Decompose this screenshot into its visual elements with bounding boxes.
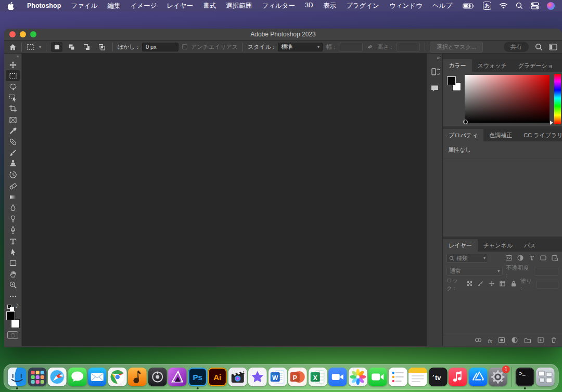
- pen-tool[interactable]: [6, 225, 20, 236]
- dock-app-safari[interactable]: [48, 368, 67, 386]
- clone-stamp-tool[interactable]: [6, 159, 20, 169]
- layers-list[interactable]: [443, 291, 562, 335]
- dock-app-microsoft-word[interactable]: W: [268, 368, 287, 386]
- tab-チャンネル[interactable]: チャンネル: [478, 239, 518, 252]
- spot-healing-tool[interactable]: [6, 136, 20, 147]
- style-dropdown[interactable]: 標準 ▾: [278, 43, 323, 51]
- lock-transparency-icon[interactable]: [466, 280, 474, 289]
- dock-app-apple-tv[interactable]: tv: [428, 368, 447, 386]
- dock-app-finder[interactable]: [8, 368, 27, 386]
- dock-app-imovie[interactable]: [248, 368, 267, 386]
- control-center-icon[interactable]: [531, 2, 539, 9]
- menu-item-photoshop[interactable]: Photoshop: [27, 2, 61, 9]
- type-layer-filter-icon[interactable]: [528, 254, 535, 263]
- tab-レイヤー[interactable]: レイヤー: [443, 239, 478, 252]
- layer-mask-icon[interactable]: [498, 336, 505, 346]
- antialias-checkbox[interactable]: [182, 44, 187, 49]
- menu-item-ウィンドウ[interactable]: ウィンドウ: [389, 2, 423, 10]
- link-layers-icon[interactable]: [475, 336, 482, 346]
- move-tool[interactable]: [6, 59, 20, 70]
- toolbar-collapse-icon[interactable]: »: [17, 54, 19, 59]
- dock-app-music[interactable]: [449, 368, 467, 386]
- menu-item-イメージ[interactable]: イメージ: [130, 2, 157, 10]
- tool-preset-chevron-icon[interactable]: ▾: [39, 45, 41, 49]
- opacity-input[interactable]: [534, 267, 558, 276]
- lock-all-icon[interactable]: [510, 280, 517, 289]
- foreground-background-swatches[interactable]: [6, 311, 20, 328]
- tab-プロパティ[interactable]: プロパティ: [443, 129, 483, 141]
- height-input[interactable]: [396, 43, 420, 51]
- layer-filter-search[interactable]: 種類 ▾: [446, 254, 488, 263]
- gradient-tool[interactable]: [6, 191, 20, 202]
- dock-app-google-chrome[interactable]: [108, 368, 126, 386]
- delete-layer-icon[interactable]: [550, 336, 557, 346]
- tab-CC ライブラリ[interactable]: CC ライブラリ: [518, 129, 562, 141]
- apple-menu-icon[interactable]: [7, 2, 15, 10]
- frame-tool[interactable]: [6, 114, 20, 125]
- dock-app-facetime[interactable]: [368, 368, 387, 386]
- tab-グラデーショ[interactable]: グラデーショ: [513, 59, 559, 72]
- dock-app-system-settings[interactable]: 1: [489, 368, 507, 386]
- menu-item-書式[interactable]: 書式: [203, 2, 216, 10]
- marquee-tool-preset-icon[interactable]: [27, 43, 35, 51]
- hand-tool[interactable]: [6, 269, 20, 280]
- dock-app-photos[interactable]: [348, 368, 367, 386]
- zoom-tool[interactable]: [6, 280, 20, 291]
- swap-colors-icon[interactable]: ⤸: [16, 303, 18, 309]
- tab-スウォッチ[interactable]: スウォッチ: [472, 59, 513, 72]
- home-icon[interactable]: [9, 43, 17, 51]
- tab-カラー[interactable]: カラー: [443, 59, 472, 72]
- lasso-tool[interactable]: [6, 81, 20, 92]
- rectangular-marquee-tool[interactable]: [6, 70, 20, 81]
- edit-toolbar-tool[interactable]: [6, 291, 20, 302]
- new-selection-mode-button[interactable]: [51, 42, 62, 52]
- swap-dimensions-icon[interactable]: [366, 43, 374, 50]
- saturation-brightness-field[interactable]: [465, 75, 550, 123]
- fill-input[interactable]: [537, 280, 558, 289]
- dock-app-logic-pro[interactable]: [148, 368, 167, 386]
- spotlight-search-icon[interactable]: [516, 2, 523, 9]
- color-field-cursor[interactable]: [463, 120, 468, 124]
- history-brush-tool[interactable]: [6, 169, 20, 180]
- expand-panels-icon[interactable]: «: [437, 55, 440, 61]
- window-titlebar[interactable]: Adobe Photoshop 2023: [4, 29, 562, 41]
- hue-slider[interactable]: [554, 74, 561, 124]
- background-color-swatch[interactable]: [11, 319, 20, 328]
- workspace-switcher-icon[interactable]: [549, 44, 557, 50]
- layer-style-icon[interactable]: fx: [488, 338, 492, 344]
- panel-foreground-swatch[interactable]: [447, 76, 456, 85]
- menu-item-レイヤー[interactable]: レイヤー: [167, 2, 193, 10]
- menu-item-ファイル[interactable]: ファイル: [71, 2, 97, 10]
- dock-app-terminal[interactable]: >_: [516, 368, 534, 386]
- menu-item-編集[interactable]: 編集: [107, 2, 120, 10]
- dock-app-app-store[interactable]: [468, 368, 487, 386]
- dock-app-mail[interactable]: [88, 368, 107, 386]
- tab-パターン[interactable]: パターン: [559, 59, 562, 72]
- input-source-badge[interactable]: あ: [483, 2, 491, 10]
- dock-app-messages[interactable]: [68, 368, 86, 386]
- blend-mode-dropdown[interactable]: 通常 ▾: [446, 267, 503, 276]
- dock-app-notes[interactable]: [408, 368, 427, 386]
- tab-パス[interactable]: パス: [518, 239, 542, 252]
- dock-app-microsoft-excel[interactable]: X: [308, 368, 327, 386]
- menu-item-3D[interactable]: 3D: [305, 2, 313, 10]
- foreground-color-swatch[interactable]: [6, 311, 15, 320]
- zoom-window-button[interactable]: [30, 31, 36, 37]
- rectangle-tool[interactable]: [6, 257, 20, 268]
- share-button[interactable]: 共有: [504, 42, 529, 52]
- menu-item-表示[interactable]: 表示: [323, 2, 336, 10]
- dock-app-microsoft-powerpoint[interactable]: P: [288, 368, 307, 386]
- lock-position-icon[interactable]: [488, 280, 495, 289]
- blur-tool[interactable]: [6, 202, 20, 213]
- quick-mask-button[interactable]: [7, 331, 18, 339]
- new-group-icon[interactable]: [524, 336, 531, 346]
- menu-item-ヘルプ[interactable]: ヘルプ: [432, 2, 452, 10]
- lock-artboard-icon[interactable]: [499, 280, 506, 289]
- minimize-button[interactable]: [20, 31, 26, 37]
- crop-tool[interactable]: [6, 103, 20, 114]
- menu-item-フィルター[interactable]: フィルター: [262, 2, 295, 10]
- dodge-tool[interactable]: [6, 214, 20, 225]
- brush-tool[interactable]: [6, 148, 20, 159]
- dock-app-zoom[interactable]: [328, 368, 347, 386]
- tab-色調補正[interactable]: 色調補正: [483, 129, 518, 141]
